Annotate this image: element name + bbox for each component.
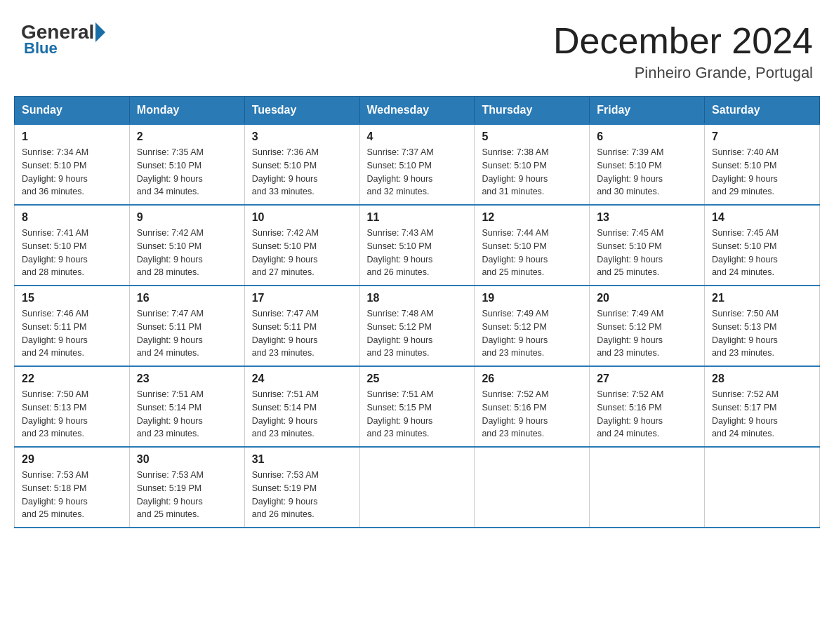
sunset-label: Sunset: 5:10 PM: [137, 241, 201, 251]
sunrise-label: Sunrise: 7:45 AM: [597, 228, 663, 238]
daylight-label: Daylight: 9 hours: [712, 335, 778, 345]
day-info: Sunrise: 7:42 AM Sunset: 5:10 PM Dayligh…: [252, 227, 352, 279]
day-number: 10: [252, 211, 352, 224]
day-number: 23: [137, 373, 237, 385]
table-row: 16 Sunrise: 7:47 AM Sunset: 5:11 PM Dayl…: [129, 286, 244, 366]
table-row: 13 Sunrise: 7:45 AM Sunset: 5:10 PM Dayl…: [590, 205, 705, 286]
daylight-minutes: and 34 minutes.: [137, 187, 199, 196]
table-row: 25 Sunrise: 7:51 AM Sunset: 5:15 PM Dayl…: [359, 366, 475, 447]
day-info: Sunrise: 7:40 AM Sunset: 5:10 PM Dayligh…: [712, 146, 812, 199]
header-thursday: Thursday: [475, 97, 590, 125]
sunrise-label: Sunrise: 7:42 AM: [137, 228, 204, 238]
table-row: 19 Sunrise: 7:49 AM Sunset: 5:12 PM Dayl…: [475, 286, 590, 366]
table-row: 21 Sunrise: 7:50 AM Sunset: 5:13 PM Dayl…: [705, 286, 820, 366]
daylight-minutes: and 23 minutes.: [252, 348, 315, 358]
daylight-minutes: and 24 minutes.: [137, 348, 199, 358]
sunset-label: Sunset: 5:11 PM: [137, 322, 201, 332]
day-number: 24: [252, 373, 352, 385]
daylight-minutes: and 23 minutes.: [22, 429, 84, 438]
daylight-minutes: and 29 minutes.: [712, 187, 774, 196]
table-row: 14 Sunrise: 7:45 AM Sunset: 5:10 PM Dayl…: [705, 205, 820, 286]
table-row: [475, 447, 590, 528]
day-number: 5: [482, 130, 582, 143]
page-header: General Blue December 2024 Pinheiro Gran…: [14, 14, 820, 82]
sunset-label: Sunset: 5:10 PM: [22, 241, 86, 251]
daylight-label: Daylight: 9 hours: [367, 335, 433, 345]
sunset-label: Sunset: 5:10 PM: [367, 241, 432, 251]
daylight-label: Daylight: 9 hours: [137, 497, 203, 507]
sunrise-label: Sunrise: 7:50 AM: [712, 309, 779, 318]
day-number: 21: [712, 292, 812, 304]
table-row: 18 Sunrise: 7:48 AM Sunset: 5:12 PM Dayl…: [359, 286, 475, 366]
day-number: 18: [367, 292, 468, 304]
day-number: 4: [367, 130, 468, 143]
sunset-label: Sunset: 5:10 PM: [482, 161, 546, 170]
day-number: 30: [137, 453, 237, 466]
sunset-label: Sunset: 5:10 PM: [712, 241, 776, 251]
table-row: 17 Sunrise: 7:47 AM Sunset: 5:11 PM Dayl…: [244, 286, 359, 366]
daylight-minutes: and 25 minutes.: [137, 509, 199, 519]
day-number: 12: [482, 211, 582, 224]
sunrise-label: Sunrise: 7:46 AM: [22, 309, 88, 318]
daylight-label: Daylight: 9 hours: [712, 174, 778, 184]
daylight-label: Daylight: 9 hours: [712, 416, 778, 426]
sunset-label: Sunset: 5:10 PM: [367, 161, 432, 170]
header-monday: Monday: [129, 97, 244, 125]
sunrise-label: Sunrise: 7:45 AM: [712, 228, 779, 238]
daylight-label: Daylight: 9 hours: [597, 335, 663, 345]
table-row: 15 Sunrise: 7:46 AM Sunset: 5:11 PM Dayl…: [15, 286, 130, 366]
day-info: Sunrise: 7:51 AM Sunset: 5:14 PM Dayligh…: [137, 388, 237, 441]
calendar-week-3: 15 Sunrise: 7:46 AM Sunset: 5:11 PM Dayl…: [15, 286, 820, 366]
day-info: Sunrise: 7:37 AM Sunset: 5:10 PM Dayligh…: [367, 146, 468, 199]
day-info: Sunrise: 7:47 AM Sunset: 5:11 PM Dayligh…: [137, 307, 237, 360]
day-number: 20: [597, 292, 697, 304]
location-subtitle: Pinheiro Grande, Portugal: [553, 64, 813, 82]
day-number: 9: [137, 211, 237, 224]
sunset-label: Sunset: 5:10 PM: [252, 161, 317, 170]
calendar-week-4: 22 Sunrise: 7:50 AM Sunset: 5:13 PM Dayl…: [15, 366, 820, 447]
sunset-label: Sunset: 5:10 PM: [597, 161, 661, 170]
sunrise-label: Sunrise: 7:50 AM: [22, 389, 88, 399]
sunrise-label: Sunrise: 7:42 AM: [252, 228, 319, 238]
day-info: Sunrise: 7:47 AM Sunset: 5:11 PM Dayligh…: [252, 307, 352, 360]
table-row: 1 Sunrise: 7:34 AM Sunset: 5:10 PM Dayli…: [15, 124, 130, 205]
calendar-table: Sunday Monday Tuesday Wednesday Thursday…: [14, 96, 820, 528]
sunrise-label: Sunrise: 7:37 AM: [367, 147, 434, 157]
day-info: Sunrise: 7:53 AM Sunset: 5:19 PM Dayligh…: [137, 469, 237, 521]
table-row: 4 Sunrise: 7:37 AM Sunset: 5:10 PM Dayli…: [359, 124, 475, 205]
daylight-minutes: and 23 minutes.: [482, 348, 544, 358]
daylight-label: Daylight: 9 hours: [22, 416, 88, 426]
day-info: Sunrise: 7:53 AM Sunset: 5:19 PM Dayligh…: [252, 469, 352, 521]
table-row: 22 Sunrise: 7:50 AM Sunset: 5:13 PM Dayl…: [15, 366, 130, 447]
day-info: Sunrise: 7:38 AM Sunset: 5:10 PM Dayligh…: [482, 146, 582, 199]
logo-arrow-icon: [95, 22, 105, 42]
daylight-label: Daylight: 9 hours: [137, 255, 203, 264]
daylight-minutes: and 26 minutes.: [252, 509, 315, 519]
day-info: Sunrise: 7:45 AM Sunset: 5:10 PM Dayligh…: [712, 227, 812, 279]
day-info: Sunrise: 7:44 AM Sunset: 5:10 PM Dayligh…: [482, 227, 582, 279]
table-row: 26 Sunrise: 7:52 AM Sunset: 5:16 PM Dayl…: [475, 366, 590, 447]
daylight-label: Daylight: 9 hours: [597, 416, 663, 426]
day-info: Sunrise: 7:51 AM Sunset: 5:15 PM Dayligh…: [367, 388, 468, 441]
day-number: 27: [597, 373, 697, 385]
day-info: Sunrise: 7:43 AM Sunset: 5:10 PM Dayligh…: [367, 227, 468, 279]
day-number: 11: [367, 211, 468, 224]
sunrise-label: Sunrise: 7:40 AM: [712, 147, 779, 157]
day-info: Sunrise: 7:48 AM Sunset: 5:12 PM Dayligh…: [367, 307, 468, 360]
daylight-minutes: and 26 minutes.: [367, 267, 430, 277]
daylight-minutes: and 23 minutes.: [252, 429, 315, 438]
table-row: 3 Sunrise: 7:36 AM Sunset: 5:10 PM Dayli…: [244, 124, 359, 205]
table-row: 6 Sunrise: 7:39 AM Sunset: 5:10 PM Dayli…: [590, 124, 705, 205]
daylight-minutes: and 27 minutes.: [252, 267, 315, 277]
table-row: 28 Sunrise: 7:52 AM Sunset: 5:17 PM Dayl…: [705, 366, 820, 447]
daylight-label: Daylight: 9 hours: [482, 335, 548, 345]
header-wednesday: Wednesday: [359, 97, 475, 125]
sunset-label: Sunset: 5:10 PM: [597, 241, 661, 251]
sunrise-label: Sunrise: 7:51 AM: [367, 389, 434, 399]
day-number: 13: [597, 211, 697, 224]
day-number: 1: [22, 130, 122, 143]
day-info: Sunrise: 7:34 AM Sunset: 5:10 PM Dayligh…: [22, 146, 122, 199]
sunset-label: Sunset: 5:12 PM: [482, 322, 546, 332]
day-info: Sunrise: 7:50 AM Sunset: 5:13 PM Dayligh…: [22, 388, 122, 441]
day-number: 7: [712, 130, 812, 143]
